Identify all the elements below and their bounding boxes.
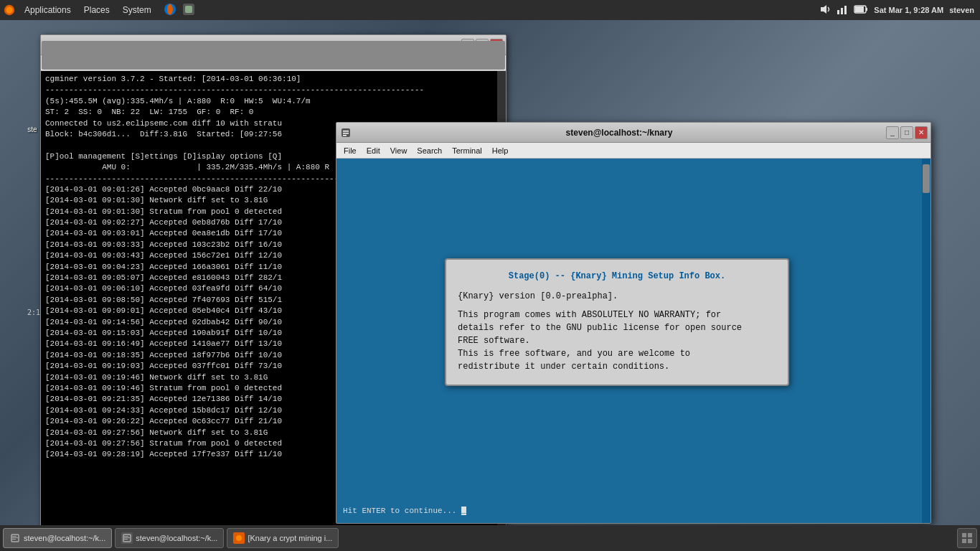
- svg-rect-18: [343, 133, 349, 134]
- knary-scrollbar-thumb[interactable]: [923, 164, 930, 193]
- svg-rect-8: [844, 6, 847, 14]
- knary-menu-terminal[interactable]: Terminal: [448, 146, 486, 156]
- info-dialog-title: Stage(0) -- {Knary} Mining Setup Info Bo…: [458, 271, 776, 281]
- prompt-cursor: _: [461, 507, 466, 515]
- taskbar-btn-1[interactable]: steven@localhost:~/k...: [115, 528, 224, 548]
- knary-close-btn[interactable]: ✕: [915, 126, 928, 139]
- knary-scrollbar[interactable]: [922, 159, 930, 523]
- knary-window-controls: _ □ ✕: [886, 126, 928, 139]
- taskbar-btn-2-label: [Knary a crypt mining i...: [248, 534, 332, 542]
- knary-maximize-btn[interactable]: □: [900, 126, 913, 139]
- svg-rect-32: [968, 539, 972, 543]
- taskbar-top-right: Sat Mar 1, 9:28 AM steven: [819, 4, 980, 17]
- svg-rect-17: [343, 131, 349, 132]
- knary-menu-view[interactable]: View: [386, 146, 412, 156]
- svg-rect-19: [343, 135, 347, 136]
- taskbar-btn-2[interactable]: [Knary a crypt mining i...: [227, 528, 339, 548]
- knary-title: steven@localhost:~/knary: [352, 128, 886, 138]
- svg-rect-21: [12, 536, 17, 537]
- app-icon[interactable]: [3, 4, 16, 17]
- knary-menu-file[interactable]: File: [339, 146, 361, 156]
- taskbar-btn-2-icon: [233, 532, 245, 544]
- firefox-icon[interactable]: [163, 2, 177, 19]
- taskbar-top: Applications Places System: [0, 0, 980, 20]
- svg-rect-23: [12, 539, 16, 540]
- battery-icon[interactable]: [854, 4, 868, 17]
- system-menu[interactable]: System: [117, 4, 157, 17]
- taskbar-right-btn-grid[interactable]: [957, 528, 977, 548]
- svg-marker-5: [821, 5, 826, 14]
- knary-menu-edit[interactable]: Edit: [362, 146, 385, 156]
- enter-prompt: Hit ENTER to continue... _: [339, 507, 471, 515]
- other-icon[interactable]: [182, 2, 196, 19]
- svg-rect-25: [124, 536, 128, 537]
- taskbar-bottom: steven@localhost:~/k... steven@localhost…: [0, 525, 980, 551]
- knary-menu-icon[interactable]: [339, 126, 352, 139]
- svg-rect-6: [837, 10, 839, 14]
- knary-menu-help[interactable]: Help: [488, 146, 513, 156]
- taskbar-btn-0-label: steven@localhost:~/k...: [24, 534, 105, 542]
- volume-icon[interactable]: [819, 4, 831, 17]
- knary-minimize-btn[interactable]: _: [886, 126, 899, 139]
- svg-point-1: [6, 7, 13, 14]
- svg-rect-30: [968, 533, 972, 537]
- prompt-text: Hit ENTER to continue...: [343, 507, 456, 515]
- svg-rect-10: [866, 8, 867, 11]
- svg-rect-29: [962, 533, 966, 537]
- knary-menu-search[interactable]: Search: [413, 146, 446, 156]
- svg-rect-7: [841, 8, 843, 14]
- svg-rect-11: [855, 6, 864, 12]
- svg-rect-4: [185, 6, 192, 13]
- places-menu[interactable]: Places: [78, 4, 116, 17]
- knary-titlebar: steven@localhost:~/knary _ □ ✕: [336, 123, 930, 143]
- network-icon[interactable]: [837, 4, 848, 17]
- top-menu: Applications Places System: [0, 2, 196, 19]
- svg-rect-27: [124, 539, 128, 540]
- taskbar-btn-0[interactable]: steven@localhost:~/k...: [3, 528, 112, 548]
- taskbar-right-icons: [957, 528, 977, 548]
- taskbar-btn-1-icon: [121, 532, 133, 544]
- info-dialog-content: {Knary} version [0.0-prealpha]. This pro…: [458, 290, 776, 373]
- svg-rect-22: [12, 537, 18, 538]
- knary-menubar: File Edit View Search Terminal Help: [336, 143, 930, 159]
- svg-point-28: [236, 535, 242, 541]
- applications-menu[interactable]: Applications: [19, 4, 77, 17]
- taskbar-btn-0-icon: [9, 532, 21, 544]
- svg-rect-26: [124, 537, 130, 538]
- clock-display: Sat Mar 1, 9:28 AM: [874, 6, 943, 14]
- username-display: steven: [949, 6, 974, 14]
- info-version: {Knary} version [0.0-prealpha].: [458, 290, 776, 303]
- info-dialog: Stage(0) -- {Knary} Mining Setup Info Bo…: [445, 258, 789, 386]
- taskbar-btn-1-label: steven@localhost:~/k...: [136, 534, 217, 542]
- svg-rect-31: [962, 539, 966, 543]
- desktop: Applications Places System: [0, 0, 980, 551]
- info-body: This program comes with ABSOLUTELY NO WA…: [458, 309, 776, 373]
